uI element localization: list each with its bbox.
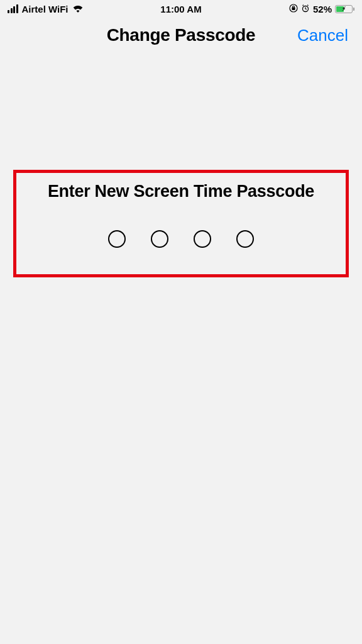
passcode-dots[interactable] <box>16 230 346 248</box>
prompt-label: Enter New Screen Time Passcode <box>16 182 346 201</box>
status-left-group: Airtel WiFi <box>8 4 84 14</box>
status-time: 11:00 AM <box>160 4 201 14</box>
passcode-dot <box>151 230 168 248</box>
status-right-group: 52% ⚡︎ <box>289 4 354 14</box>
signal-icon <box>8 4 18 13</box>
page-title: Change Passcode <box>107 25 256 45</box>
battery-percent: 52% <box>313 4 332 14</box>
cancel-button[interactable]: Cancel <box>297 26 348 45</box>
carrier-label: Airtel WiFi <box>22 4 69 14</box>
alarm-icon <box>301 4 310 14</box>
passcode-dot <box>236 230 254 248</box>
passcode-dot <box>108 230 126 248</box>
svg-rect-1 <box>292 8 295 10</box>
navigation-bar: Change Passcode Cancel <box>0 18 362 53</box>
passcode-dot <box>194 230 211 248</box>
battery-icon: ⚡︎ <box>335 5 354 13</box>
status-bar: Airtel WiFi 11:00 AM 52% ⚡︎ <box>0 0 362 18</box>
orientation-lock-icon <box>289 4 298 14</box>
passcode-entry-area: Enter New Screen Time Passcode <box>13 170 349 277</box>
wifi-icon <box>72 4 84 14</box>
